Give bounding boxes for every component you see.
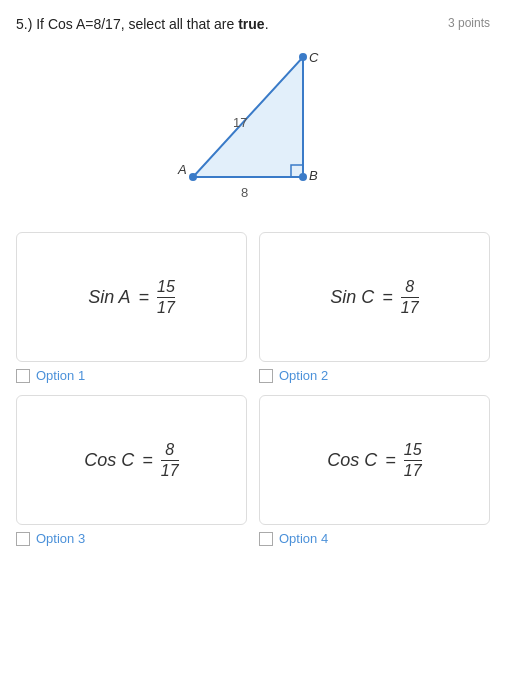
option-1-checkbox[interactable] bbox=[16, 369, 30, 383]
svg-point-2 bbox=[299, 173, 307, 181]
option-1-expr: Sin A = 15 17 bbox=[88, 278, 175, 317]
option-2-checkbox[interactable] bbox=[259, 369, 273, 383]
option-4-expr: Cos C = 15 17 bbox=[327, 441, 421, 480]
option-3-lhs: Cos C bbox=[84, 450, 134, 471]
option-1-lhs: Sin A bbox=[88, 287, 130, 308]
option-4-fraction: 15 17 bbox=[404, 441, 422, 480]
svg-text:8: 8 bbox=[241, 185, 248, 200]
option-3-box[interactable]: Cos C = 8 17 bbox=[16, 395, 247, 525]
option-2-eq: = bbox=[382, 287, 393, 308]
option-2-fraction: 8 17 bbox=[401, 278, 419, 317]
question-header: 5.) If Cos A=8/17, select all that are t… bbox=[16, 16, 490, 32]
option-2-label-row[interactable]: Option 2 bbox=[259, 368, 490, 383]
option-4-label-row[interactable]: Option 4 bbox=[259, 531, 490, 546]
svg-text:B: B bbox=[309, 168, 318, 183]
option-3-label-text: Option 3 bbox=[36, 531, 85, 546]
option-3-cell: Cos C = 8 17 Option 3 bbox=[16, 395, 247, 546]
option-1-fraction: 15 17 bbox=[157, 278, 175, 317]
option-4-checkbox[interactable] bbox=[259, 532, 273, 546]
question-text: 5.) If Cos A=8/17, select all that are t… bbox=[16, 16, 269, 32]
svg-text:A: A bbox=[177, 162, 187, 177]
svg-point-3 bbox=[299, 53, 307, 61]
option-3-eq: = bbox=[142, 450, 153, 471]
option-3-fraction: 8 17 bbox=[161, 441, 179, 480]
option-4-lhs: Cos C bbox=[327, 450, 377, 471]
svg-text:17: 17 bbox=[233, 115, 247, 130]
option-3-expr: Cos C = 8 17 bbox=[84, 441, 178, 480]
svg-marker-0 bbox=[193, 57, 303, 177]
option-4-eq: = bbox=[385, 450, 396, 471]
option-2-expr: Sin C = 8 17 bbox=[330, 278, 418, 317]
options-grid: Sin A = 15 17 Option 1 Sin C = 8 17 bbox=[16, 232, 490, 546]
option-4-box[interactable]: Cos C = 15 17 bbox=[259, 395, 490, 525]
option-4-cell: Cos C = 15 17 Option 4 bbox=[259, 395, 490, 546]
points-label: 3 points bbox=[448, 16, 490, 30]
option-3-label-row[interactable]: Option 3 bbox=[16, 531, 247, 546]
option-1-box[interactable]: Sin A = 15 17 bbox=[16, 232, 247, 362]
option-1-eq: = bbox=[139, 287, 150, 308]
svg-point-1 bbox=[189, 173, 197, 181]
option-2-lhs: Sin C bbox=[330, 287, 374, 308]
option-2-label-text: Option 2 bbox=[279, 368, 328, 383]
option-1-label-row[interactable]: Option 1 bbox=[16, 368, 247, 383]
svg-text:C: C bbox=[309, 50, 319, 65]
option-4-label-text: Option 4 bbox=[279, 531, 328, 546]
question-number: 5.) bbox=[16, 16, 32, 32]
option-3-checkbox[interactable] bbox=[16, 532, 30, 546]
triangle-diagram: A B C 17 8 bbox=[16, 42, 490, 212]
option-1-cell: Sin A = 15 17 Option 1 bbox=[16, 232, 247, 383]
option-2-cell: Sin C = 8 17 Option 2 bbox=[259, 232, 490, 383]
option-2-box[interactable]: Sin C = 8 17 bbox=[259, 232, 490, 362]
option-1-label-text: Option 1 bbox=[36, 368, 85, 383]
